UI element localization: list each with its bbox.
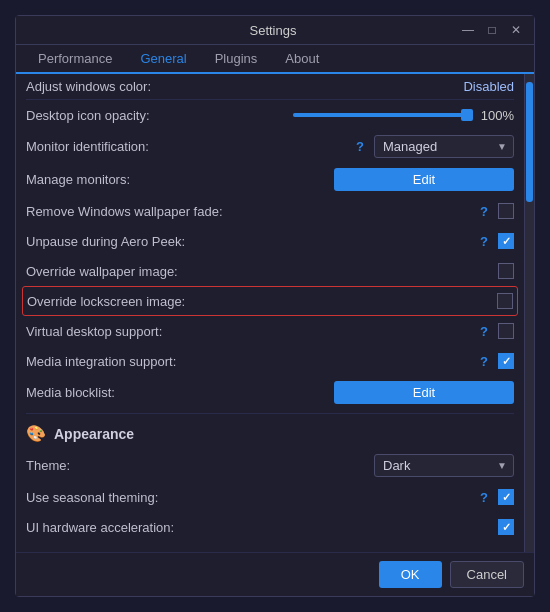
hardware-accel-control — [498, 519, 514, 535]
media-blocklist-row: Media blocklist: Edit — [26, 376, 514, 409]
adjust-windows-row: Adjust windows color: Disabled — [26, 74, 514, 100]
override-wallpaper-row: Override wallpaper image: — [26, 256, 514, 286]
ok-button[interactable]: OK — [379, 561, 442, 588]
scrollbar-thumb[interactable] — [526, 82, 533, 202]
monitor-id-label: Monitor identification: — [26, 139, 356, 154]
remove-wallpaper-help-icon[interactable]: ? — [480, 204, 488, 219]
virtual-desktop-help-icon[interactable]: ? — [480, 324, 488, 339]
cancel-button[interactable]: Cancel — [450, 561, 524, 588]
opacity-value: 100% — [479, 108, 514, 123]
theme-value: Dark — [383, 458, 410, 473]
media-blocklist-edit-button[interactable]: Edit — [334, 381, 514, 404]
appearance-section-header: 🎨 Appearance — [26, 413, 514, 449]
tab-bar: Performance General Plugins About — [16, 45, 534, 74]
window-title: Settings — [86, 23, 460, 38]
manage-monitors-label: Manage monitors: — [26, 172, 334, 187]
unpause-aero-row: Unpause during Aero Peek: ? — [26, 226, 514, 256]
theme-select[interactable]: Dark ▼ — [374, 454, 514, 477]
monitor-id-value: Managed — [383, 139, 437, 154]
adjust-windows-label: Adjust windows color: — [26, 79, 463, 94]
theme-row: Theme: Dark ▼ — [26, 449, 514, 482]
unpause-aero-help-icon[interactable]: ? — [480, 234, 488, 249]
seasonal-theming-label: Use seasonal theming: — [26, 490, 480, 505]
opacity-slider[interactable] — [293, 113, 473, 117]
desktop-opacity-row: Desktop icon opacity: 100% — [26, 100, 514, 130]
tab-plugins[interactable]: Plugins — [201, 45, 272, 74]
tab-general[interactable]: General — [126, 45, 200, 74]
manage-monitors-row: Manage monitors: Edit — [26, 163, 514, 196]
seasonal-theming-row: Use seasonal theming: ? — [26, 482, 514, 512]
remove-wallpaper-label: Remove Windows wallpaper fade: — [26, 204, 480, 219]
maximize-button[interactable]: □ — [484, 22, 500, 38]
titlebar: Settings — □ ✕ — [16, 16, 534, 45]
content-area: Adjust windows color: Disabled Desktop i… — [16, 74, 534, 552]
override-lockscreen-row: Override lockscreen image: — [22, 286, 518, 316]
unpause-aero-checkbox[interactable] — [498, 233, 514, 249]
media-integration-control: ? — [480, 353, 514, 369]
unpause-aero-control: ? — [480, 233, 514, 249]
monitor-id-row: Monitor identification: ? Managed ▼ — [26, 130, 514, 163]
override-lockscreen-label: Override lockscreen image: — [27, 294, 497, 309]
media-integration-row: Media integration support: ? — [26, 346, 514, 376]
hardware-accel-label: UI hardware acceleration: — [26, 520, 498, 535]
remove-wallpaper-checkbox[interactable] — [498, 203, 514, 219]
virtual-desktop-control: ? — [480, 323, 514, 339]
desktop-opacity-label: Desktop icon opacity: — [26, 108, 293, 123]
theme-label: Theme: — [26, 458, 374, 473]
virtual-desktop-label: Virtual desktop support: — [26, 324, 480, 339]
media-integration-checkbox[interactable] — [498, 353, 514, 369]
media-integration-help-icon[interactable]: ? — [480, 354, 488, 369]
appearance-title: Appearance — [54, 426, 134, 442]
appearance-icon: 🎨 — [26, 424, 46, 443]
monitor-id-help-icon[interactable]: ? — [356, 139, 364, 154]
window-controls: — □ ✕ — [460, 22, 524, 38]
monitor-id-control: ? Managed ▼ — [356, 135, 514, 158]
media-blocklist-label: Media blocklist: — [26, 385, 334, 400]
scroll-content[interactable]: Adjust windows color: Disabled Desktop i… — [16, 74, 524, 552]
footer: OK Cancel — [16, 552, 534, 596]
media-integration-label: Media integration support: — [26, 354, 480, 369]
desktop-opacity-control: 100% — [293, 108, 514, 123]
override-wallpaper-label: Override wallpaper image: — [26, 264, 498, 279]
seasonal-theming-checkbox[interactable] — [498, 489, 514, 505]
scrollbar[interactable] — [524, 74, 534, 552]
virtual-desktop-row: Virtual desktop support: ? — [26, 316, 514, 346]
adjust-windows-value: Disabled — [463, 79, 514, 94]
override-lockscreen-control — [497, 293, 513, 309]
close-button[interactable]: ✕ — [508, 22, 524, 38]
hardware-accel-checkbox[interactable] — [498, 519, 514, 535]
manage-monitors-control: Edit — [334, 168, 514, 191]
seasonal-theming-control: ? — [480, 489, 514, 505]
tab-performance[interactable]: Performance — [24, 45, 126, 74]
hardware-accel-row: UI hardware acceleration: — [26, 512, 514, 542]
override-wallpaper-checkbox[interactable] — [498, 263, 514, 279]
remove-wallpaper-control: ? — [480, 203, 514, 219]
seasonal-theming-help-icon[interactable]: ? — [480, 490, 488, 505]
virtual-desktop-checkbox[interactable] — [498, 323, 514, 339]
theme-control: Dark ▼ — [374, 454, 514, 477]
settings-window: Settings — □ ✕ Performance General Plugi… — [15, 15, 535, 597]
chevron-down-icon: ▼ — [497, 141, 507, 152]
opacity-slider-container — [293, 113, 473, 117]
monitor-id-select[interactable]: Managed ▼ — [374, 135, 514, 158]
unpause-aero-label: Unpause during Aero Peek: — [26, 234, 480, 249]
manage-monitors-edit-button[interactable]: Edit — [334, 168, 514, 191]
override-lockscreen-checkbox[interactable] — [497, 293, 513, 309]
minimize-button[interactable]: — — [460, 22, 476, 38]
override-wallpaper-control — [498, 263, 514, 279]
tab-about[interactable]: About — [271, 45, 333, 74]
chevron-down-icon: ▼ — [497, 460, 507, 471]
remove-wallpaper-row: Remove Windows wallpaper fade: ? — [26, 196, 514, 226]
media-blocklist-control: Edit — [334, 381, 514, 404]
